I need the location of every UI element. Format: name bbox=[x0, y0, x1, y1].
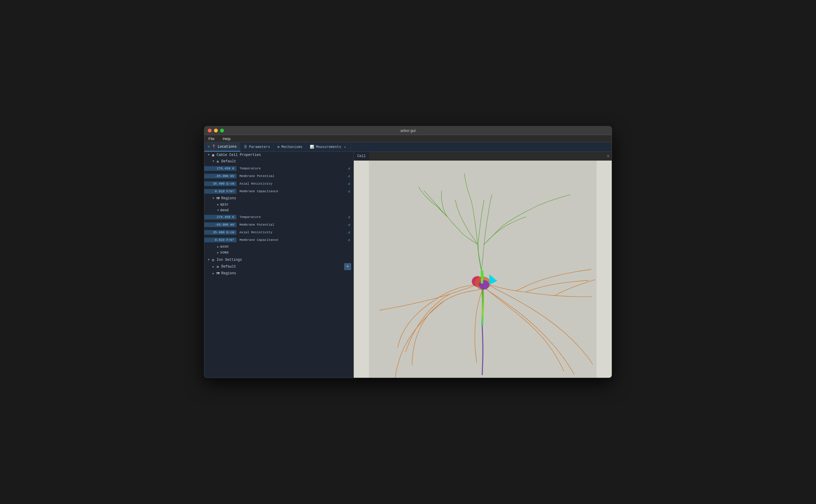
cell-close-button[interactable]: ✕ bbox=[607, 154, 609, 159]
ion-regions-label: Regions bbox=[221, 271, 236, 275]
cell-tab-label: Cell bbox=[357, 154, 366, 158]
tab-measurements-icon: 📊 bbox=[310, 145, 314, 149]
prop-reset-membrane-cap[interactable]: ↺ bbox=[346, 188, 352, 195]
prop-name-membrane-cap: Membrane Capacitance bbox=[239, 190, 346, 193]
region-soma-header[interactable]: soma bbox=[204, 250, 353, 256]
prop-row-temp: 279.450 K Temperature ↺ bbox=[204, 165, 353, 172]
regions-icon: 🗺 bbox=[215, 196, 220, 201]
tab-measurements[interactable]: 📊 Measurements ✕ bbox=[306, 142, 351, 151]
cable-props-label: Cable Cell Properties bbox=[217, 153, 261, 157]
prop-reset-membrane-potential[interactable]: ↺ bbox=[346, 173, 352, 179]
tab-mechanisms-icon: ⚙ bbox=[277, 145, 279, 149]
tab-mechanisms-label: Mechanisms bbox=[281, 145, 302, 149]
dend-prop-value-membrane-potential[interactable]: -65.000 mV bbox=[204, 222, 237, 227]
ion-regions-arrow bbox=[211, 271, 215, 275]
prop-value-temp[interactable]: 279.450 K bbox=[204, 166, 237, 171]
tab-parameters[interactable]: ☰ Parameters bbox=[240, 142, 274, 151]
soma-label: soma bbox=[220, 251, 229, 255]
ion-settings-header[interactable]: ◎ Ion Settings bbox=[204, 257, 353, 263]
soma-arrow bbox=[216, 251, 220, 255]
prop-value-membrane-potential[interactable]: -65.000 mV bbox=[204, 174, 237, 178]
regions-arrow bbox=[211, 196, 215, 200]
apic-label: apic bbox=[220, 202, 229, 207]
dend-prop-row-temp: 279.450 K Temperature ↺ bbox=[204, 213, 353, 221]
dend-prop-row-membrane-cap: 0.010 F/m² Membrane Capacitance ↺ bbox=[204, 236, 353, 244]
dend-prop-reset-membrane-potential[interactable]: ↺ bbox=[346, 222, 352, 228]
ion-settings-icon: ◎ bbox=[211, 258, 215, 262]
neuron-canvas bbox=[354, 161, 612, 378]
dend-prop-name-membrane-potential: Membrane Potential bbox=[239, 223, 346, 227]
window-controls bbox=[208, 129, 224, 132]
dend-prop-name-membrane-cap: Membrane Capacitance bbox=[239, 238, 346, 242]
ion-default-row: ⊞ Default + bbox=[204, 263, 353, 270]
tab-parameters-icon: ☰ bbox=[244, 145, 247, 149]
dend-prop-value-temp[interactable]: 279.450 K bbox=[204, 215, 237, 219]
dend-prop-value-axial-res[interactable]: 35.400 Ω·cm bbox=[204, 230, 237, 235]
prop-value-membrane-cap[interactable]: 0.010 F/m² bbox=[204, 189, 237, 194]
regions-header[interactable]: 🗺 Regions bbox=[204, 195, 353, 202]
tabs-bar: ▽ 📍 Locations ☰ Parameters ⚙ Mechanisms … bbox=[204, 142, 612, 152]
minimize-button[interactable] bbox=[214, 129, 218, 132]
axon-arrow bbox=[216, 245, 220, 249]
tab-locations-icon: 📍 bbox=[212, 144, 216, 149]
prop-row-axial-res: 35.400 Ω·cm Axial Resistivity ↺ bbox=[204, 180, 353, 188]
ion-default-arrow bbox=[211, 265, 215, 269]
menu-file[interactable]: File bbox=[207, 136, 216, 142]
dend-prop-reset-temp[interactable]: ↺ bbox=[346, 214, 352, 220]
app-window: arbor-gui File Help ▽ 📍 Locations ☰ Para… bbox=[204, 126, 612, 378]
cell-tab[interactable]: Cell bbox=[354, 152, 369, 161]
region-dend-header[interactable]: dend bbox=[204, 207, 353, 213]
default-label: Default bbox=[221, 159, 236, 164]
ion-default-icon: ⊞ bbox=[215, 264, 220, 269]
prop-name-temp: Temperature bbox=[239, 167, 346, 170]
dend-prop-name-temp: Temperature bbox=[239, 215, 346, 219]
tab-locations[interactable]: ▽ 📍 Locations bbox=[204, 142, 240, 151]
tab-parameters-label: Parameters bbox=[249, 145, 270, 149]
prop-name-membrane-potential: Membrane Potential bbox=[239, 174, 346, 178]
menu-help[interactable]: Help bbox=[221, 136, 232, 142]
ion-regions-header[interactable]: 🗺 Regions bbox=[204, 270, 353, 277]
prop-value-axial-res[interactable]: 35.400 Ω·cm bbox=[204, 181, 237, 186]
prop-row-membrane-cap: 0.010 F/m² Membrane Capacitance ↺ bbox=[204, 188, 353, 195]
default-header[interactable]: ⊞ Default bbox=[204, 158, 353, 165]
dend-prop-row-axial-res: 35.400 Ω·cm Axial Resistivity ↺ bbox=[204, 229, 353, 236]
dend-prop-value-membrane-cap[interactable]: 0.010 F/m² bbox=[204, 238, 237, 242]
dend-prop-row-membrane-potential: -65.000 mV Membrane Potential ↺ bbox=[204, 221, 353, 229]
menu-bar: File Help bbox=[204, 135, 612, 142]
tab-locations-label: Locations bbox=[218, 145, 237, 149]
neuron-svg bbox=[354, 161, 612, 378]
prop-reset-axial-res[interactable]: ↺ bbox=[346, 181, 352, 187]
add-ion-default-button[interactable]: + bbox=[344, 263, 351, 270]
prop-name-axial-res: Axial Resistivity bbox=[239, 182, 346, 185]
ion-settings-label: Ion Settings bbox=[217, 258, 242, 262]
regions-label: Regions bbox=[221, 196, 236, 200]
ion-regions-icon: 🗺 bbox=[215, 271, 220, 276]
left-panel: ▦ Cable Cell Properties ⊞ Default 279.45… bbox=[204, 152, 354, 378]
filter-icon: ▽ bbox=[208, 145, 210, 149]
close-button[interactable] bbox=[208, 129, 212, 132]
default-icon: ⊞ bbox=[215, 159, 220, 164]
apic-arrow bbox=[216, 202, 220, 207]
window-title: arbor-gui bbox=[400, 128, 416, 133]
dend-prop-reset-membrane-cap[interactable]: ↺ bbox=[346, 237, 352, 243]
axon-label: axon bbox=[220, 245, 229, 249]
ion-default-header[interactable]: ⊞ Default bbox=[204, 263, 344, 270]
prop-row-membrane-potential: -65.000 mV Membrane Potential ↺ bbox=[204, 172, 353, 180]
tab-mechanisms[interactable]: ⚙ Mechanisms bbox=[274, 142, 306, 151]
dend-prop-name-axial-res: Axial Resistivity bbox=[239, 231, 346, 234]
svg-point-3 bbox=[479, 280, 489, 290]
right-panel: Cell ✕ bbox=[354, 152, 612, 378]
cell-tab-bar: Cell ✕ bbox=[354, 152, 612, 161]
dend-prop-reset-axial-res[interactable]: ↺ bbox=[346, 229, 352, 236]
cable-cell-properties-header[interactable]: ▦ Cable Cell Properties bbox=[204, 152, 353, 158]
maximize-button[interactable] bbox=[220, 129, 224, 132]
prop-reset-temp[interactable]: ↺ bbox=[346, 165, 352, 172]
ion-default-label: Default bbox=[221, 265, 236, 269]
tab-measurements-close[interactable]: ✕ bbox=[343, 145, 347, 149]
region-axon-header[interactable]: axon bbox=[204, 244, 353, 250]
cable-props-arrow bbox=[207, 153, 211, 157]
ion-settings-arrow bbox=[207, 258, 211, 262]
tab-measurements-label: Measurements bbox=[316, 145, 341, 149]
region-apic-header[interactable]: apic bbox=[204, 202, 353, 207]
main-content: ▦ Cable Cell Properties ⊞ Default 279.45… bbox=[204, 152, 612, 378]
